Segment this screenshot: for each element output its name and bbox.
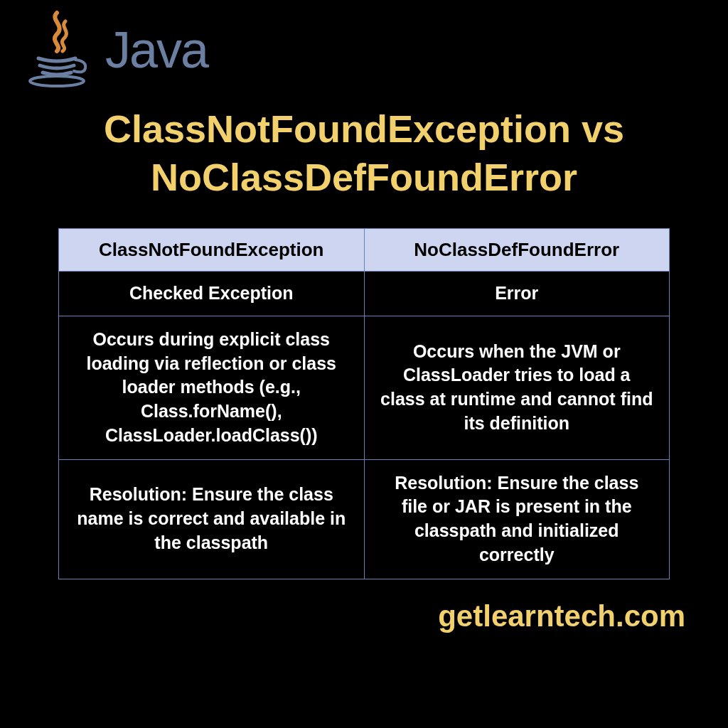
page-title: ClassNotFoundException vs NoClassDefFoun…	[44, 105, 684, 201]
java-cup-icon	[21, 7, 92, 92]
footer-link: getlearntech.com	[0, 579, 728, 633]
cell-right: Error	[364, 272, 670, 316]
svg-point-0	[30, 76, 84, 86]
cell-left: Checked Exception	[59, 272, 365, 316]
comparison-table: ClassNotFoundException NoClassDefFoundEr…	[58, 228, 670, 579]
cell-left: Resolution: Ensure the class name is cor…	[59, 459, 365, 579]
cell-right: Occurs when the JVM or ClassLoader tries…	[364, 316, 670, 459]
table-row: Resolution: Ensure the class name is cor…	[59, 459, 670, 579]
cell-right: Resolution: Ensure the class file or JAR…	[364, 459, 670, 579]
header-left: ClassNotFoundException	[59, 229, 365, 272]
logo-row: Java	[0, 0, 728, 92]
header-right: NoClassDefFoundError	[364, 229, 670, 272]
table-row: Occurs during explicit class loading via…	[59, 316, 670, 459]
java-logo-text: Java	[105, 21, 208, 79]
table-header-row: ClassNotFoundException NoClassDefFoundEr…	[59, 229, 670, 272]
table-row: Checked Exception Error	[59, 272, 670, 316]
cell-left: Occurs during explicit class loading via…	[59, 316, 365, 459]
